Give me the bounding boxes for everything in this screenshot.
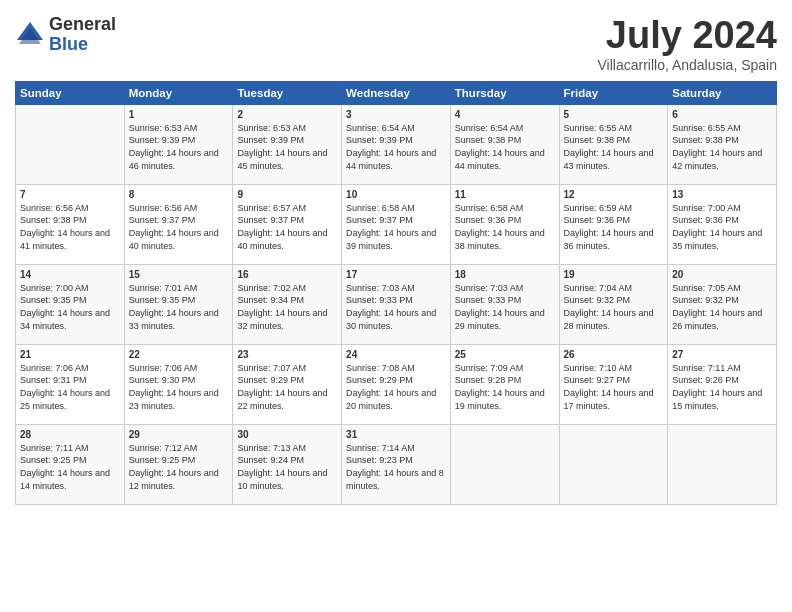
day-number: 27 bbox=[672, 349, 772, 360]
calendar-cell bbox=[668, 424, 777, 504]
calendar-cell: 11Sunrise: 6:58 AMSunset: 9:36 PMDayligh… bbox=[450, 184, 559, 264]
day-number: 11 bbox=[455, 189, 555, 200]
day-number: 1 bbox=[129, 109, 229, 120]
cell-info: Sunrise: 7:06 AMSunset: 9:30 PMDaylight:… bbox=[129, 362, 229, 412]
cell-info: Sunrise: 7:00 AMSunset: 9:35 PMDaylight:… bbox=[20, 282, 120, 332]
cell-info: Sunrise: 6:54 AMSunset: 9:38 PMDaylight:… bbox=[455, 122, 555, 172]
calendar-cell: 3Sunrise: 6:54 AMSunset: 9:39 PMDaylight… bbox=[342, 104, 451, 184]
cell-info: Sunrise: 6:57 AMSunset: 9:37 PMDaylight:… bbox=[237, 202, 337, 252]
day-number: 18 bbox=[455, 269, 555, 280]
day-number: 16 bbox=[237, 269, 337, 280]
calendar-cell: 12Sunrise: 6:59 AMSunset: 9:36 PMDayligh… bbox=[559, 184, 668, 264]
cell-info: Sunrise: 7:10 AMSunset: 9:27 PMDaylight:… bbox=[564, 362, 664, 412]
cell-info: Sunrise: 7:08 AMSunset: 9:29 PMDaylight:… bbox=[346, 362, 446, 412]
day-number: 10 bbox=[346, 189, 446, 200]
day-number: 30 bbox=[237, 429, 337, 440]
day-number: 3 bbox=[346, 109, 446, 120]
calendar-cell: 18Sunrise: 7:03 AMSunset: 9:33 PMDayligh… bbox=[450, 264, 559, 344]
calendar-week-0: 1Sunrise: 6:53 AMSunset: 9:39 PMDaylight… bbox=[16, 104, 777, 184]
calendar-cell: 20Sunrise: 7:05 AMSunset: 9:32 PMDayligh… bbox=[668, 264, 777, 344]
day-number: 17 bbox=[346, 269, 446, 280]
header-friday: Friday bbox=[559, 81, 668, 104]
calendar-week-1: 7Sunrise: 6:56 AMSunset: 9:38 PMDaylight… bbox=[16, 184, 777, 264]
calendar-week-3: 21Sunrise: 7:06 AMSunset: 9:31 PMDayligh… bbox=[16, 344, 777, 424]
calendar-week-2: 14Sunrise: 7:00 AMSunset: 9:35 PMDayligh… bbox=[16, 264, 777, 344]
cell-info: Sunrise: 7:13 AMSunset: 9:24 PMDaylight:… bbox=[237, 442, 337, 492]
calendar-body: 1Sunrise: 6:53 AMSunset: 9:39 PMDaylight… bbox=[16, 104, 777, 504]
calendar-cell: 23Sunrise: 7:07 AMSunset: 9:29 PMDayligh… bbox=[233, 344, 342, 424]
day-number: 15 bbox=[129, 269, 229, 280]
calendar-cell: 2Sunrise: 6:53 AMSunset: 9:39 PMDaylight… bbox=[233, 104, 342, 184]
cell-info: Sunrise: 7:00 AMSunset: 9:36 PMDaylight:… bbox=[672, 202, 772, 252]
calendar-cell: 15Sunrise: 7:01 AMSunset: 9:35 PMDayligh… bbox=[124, 264, 233, 344]
calendar-cell: 16Sunrise: 7:02 AMSunset: 9:34 PMDayligh… bbox=[233, 264, 342, 344]
day-number: 21 bbox=[20, 349, 120, 360]
calendar-cell: 26Sunrise: 7:10 AMSunset: 9:27 PMDayligh… bbox=[559, 344, 668, 424]
header-wednesday: Wednesday bbox=[342, 81, 451, 104]
day-number: 14 bbox=[20, 269, 120, 280]
day-number: 28 bbox=[20, 429, 120, 440]
header: General Blue July 2024 Villacarrillo, An… bbox=[15, 15, 777, 73]
calendar-cell: 14Sunrise: 7:00 AMSunset: 9:35 PMDayligh… bbox=[16, 264, 125, 344]
calendar-cell: 1Sunrise: 6:53 AMSunset: 9:39 PMDaylight… bbox=[124, 104, 233, 184]
month-title: July 2024 bbox=[597, 15, 777, 57]
header-sunday: Sunday bbox=[16, 81, 125, 104]
calendar-cell: 8Sunrise: 6:56 AMSunset: 9:37 PMDaylight… bbox=[124, 184, 233, 264]
cell-info: Sunrise: 7:04 AMSunset: 9:32 PMDaylight:… bbox=[564, 282, 664, 332]
calendar-cell: 4Sunrise: 6:54 AMSunset: 9:38 PMDaylight… bbox=[450, 104, 559, 184]
calendar-table: Sunday Monday Tuesday Wednesday Thursday… bbox=[15, 81, 777, 505]
logo-icon bbox=[15, 20, 45, 50]
day-number: 25 bbox=[455, 349, 555, 360]
title-block: July 2024 Villacarrillo, Andalusia, Spai… bbox=[597, 15, 777, 73]
day-number: 24 bbox=[346, 349, 446, 360]
cell-info: Sunrise: 7:03 AMSunset: 9:33 PMDaylight:… bbox=[455, 282, 555, 332]
day-number: 9 bbox=[237, 189, 337, 200]
header-row: Sunday Monday Tuesday Wednesday Thursday… bbox=[16, 81, 777, 104]
day-number: 19 bbox=[564, 269, 664, 280]
cell-info: Sunrise: 6:56 AMSunset: 9:37 PMDaylight:… bbox=[129, 202, 229, 252]
logo-blue-text: Blue bbox=[49, 35, 116, 55]
header-monday: Monday bbox=[124, 81, 233, 104]
day-number: 20 bbox=[672, 269, 772, 280]
calendar-cell: 9Sunrise: 6:57 AMSunset: 9:37 PMDaylight… bbox=[233, 184, 342, 264]
day-number: 26 bbox=[564, 349, 664, 360]
calendar-cell: 24Sunrise: 7:08 AMSunset: 9:29 PMDayligh… bbox=[342, 344, 451, 424]
cell-info: Sunrise: 7:09 AMSunset: 9:28 PMDaylight:… bbox=[455, 362, 555, 412]
day-number: 29 bbox=[129, 429, 229, 440]
logo: General Blue bbox=[15, 15, 116, 55]
calendar-cell bbox=[450, 424, 559, 504]
day-number: 31 bbox=[346, 429, 446, 440]
calendar-cell: 10Sunrise: 6:58 AMSunset: 9:37 PMDayligh… bbox=[342, 184, 451, 264]
cell-info: Sunrise: 7:02 AMSunset: 9:34 PMDaylight:… bbox=[237, 282, 337, 332]
calendar-cell: 30Sunrise: 7:13 AMSunset: 9:24 PMDayligh… bbox=[233, 424, 342, 504]
logo-text: General Blue bbox=[49, 15, 116, 55]
cell-info: Sunrise: 6:55 AMSunset: 9:38 PMDaylight:… bbox=[564, 122, 664, 172]
calendar-cell: 21Sunrise: 7:06 AMSunset: 9:31 PMDayligh… bbox=[16, 344, 125, 424]
cell-info: Sunrise: 7:11 AMSunset: 9:25 PMDaylight:… bbox=[20, 442, 120, 492]
calendar-cell: 25Sunrise: 7:09 AMSunset: 9:28 PMDayligh… bbox=[450, 344, 559, 424]
location: Villacarrillo, Andalusia, Spain bbox=[597, 57, 777, 73]
calendar-week-4: 28Sunrise: 7:11 AMSunset: 9:25 PMDayligh… bbox=[16, 424, 777, 504]
cell-info: Sunrise: 6:55 AMSunset: 9:38 PMDaylight:… bbox=[672, 122, 772, 172]
day-number: 5 bbox=[564, 109, 664, 120]
calendar-cell: 29Sunrise: 7:12 AMSunset: 9:25 PMDayligh… bbox=[124, 424, 233, 504]
day-number: 23 bbox=[237, 349, 337, 360]
day-number: 8 bbox=[129, 189, 229, 200]
calendar-cell: 31Sunrise: 7:14 AMSunset: 9:23 PMDayligh… bbox=[342, 424, 451, 504]
calendar-cell: 7Sunrise: 6:56 AMSunset: 9:38 PMDaylight… bbox=[16, 184, 125, 264]
header-tuesday: Tuesday bbox=[233, 81, 342, 104]
day-number: 12 bbox=[564, 189, 664, 200]
cell-info: Sunrise: 7:05 AMSunset: 9:32 PMDaylight:… bbox=[672, 282, 772, 332]
day-number: 4 bbox=[455, 109, 555, 120]
calendar-cell bbox=[16, 104, 125, 184]
cell-info: Sunrise: 7:03 AMSunset: 9:33 PMDaylight:… bbox=[346, 282, 446, 332]
logo-general-text: General bbox=[49, 15, 116, 35]
cell-info: Sunrise: 6:53 AMSunset: 9:39 PMDaylight:… bbox=[129, 122, 229, 172]
day-number: 7 bbox=[20, 189, 120, 200]
cell-info: Sunrise: 7:06 AMSunset: 9:31 PMDaylight:… bbox=[20, 362, 120, 412]
cell-info: Sunrise: 6:53 AMSunset: 9:39 PMDaylight:… bbox=[237, 122, 337, 172]
cell-info: Sunrise: 6:59 AMSunset: 9:36 PMDaylight:… bbox=[564, 202, 664, 252]
calendar-header: Sunday Monday Tuesday Wednesday Thursday… bbox=[16, 81, 777, 104]
day-number: 2 bbox=[237, 109, 337, 120]
cell-info: Sunrise: 7:01 AMSunset: 9:35 PMDaylight:… bbox=[129, 282, 229, 332]
